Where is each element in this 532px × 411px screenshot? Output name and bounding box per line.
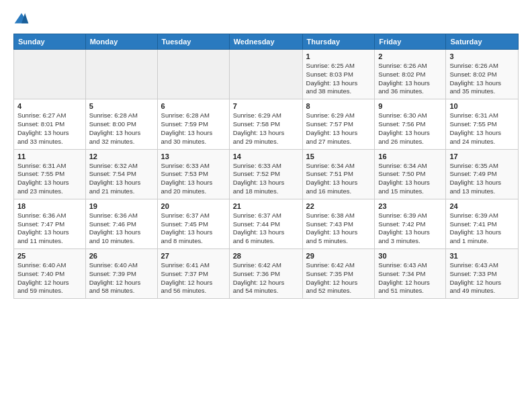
day-number: 1 [306, 52, 371, 60]
day-number: 8 [306, 102, 371, 110]
day-info: Sunrise: 6:25 AM Sunset: 8:03 PM Dayligh… [306, 62, 371, 96]
day-cell: 27Sunrise: 6:41 AM Sunset: 7:37 PM Dayli… [157, 249, 229, 299]
day-info: Sunrise: 6:29 AM Sunset: 7:58 PM Dayligh… [233, 111, 299, 146]
day-cell: 3Sunrise: 6:26 AM Sunset: 8:02 PM Daylig… [446, 50, 519, 99]
day-number: 16 [378, 152, 442, 161]
week-row-1: 4Sunrise: 6:27 AM Sunset: 8:01 PM Daylig… [14, 99, 519, 149]
day-info: Sunrise: 6:28 AM Sunset: 8:00 PM Dayligh… [89, 111, 154, 146]
day-number: 6 [161, 102, 226, 110]
day-number: 23 [378, 202, 442, 210]
day-number: 10 [449, 102, 515, 110]
day-info: Sunrise: 6:36 AM Sunset: 7:47 PM Dayligh… [17, 212, 82, 246]
day-number: 13 [161, 152, 226, 161]
day-cell [14, 50, 86, 99]
day-cell: 9Sunrise: 6:30 AM Sunset: 7:56 PM Daylig… [375, 99, 446, 149]
day-number: 14 [233, 152, 299, 161]
day-number: 17 [449, 152, 515, 161]
day-info: Sunrise: 6:29 AM Sunset: 7:57 PM Dayligh… [306, 111, 371, 146]
day-cell: 8Sunrise: 6:29 AM Sunset: 7:57 PM Daylig… [302, 99, 375, 149]
day-info: Sunrise: 6:26 AM Sunset: 8:02 PM Dayligh… [378, 62, 442, 96]
logo-icon [13, 11, 30, 27]
day-info: Sunrise: 6:38 AM Sunset: 7:43 PM Dayligh… [306, 212, 371, 246]
day-number: 18 [17, 202, 82, 210]
day-cell: 11Sunrise: 6:31 AM Sunset: 7:55 PM Dayli… [14, 149, 86, 199]
day-header-sunday: Sunday [14, 34, 86, 50]
day-cell: 19Sunrise: 6:36 AM Sunset: 7:46 PM Dayli… [85, 199, 157, 248]
day-number: 28 [233, 252, 299, 260]
day-number: 30 [378, 252, 442, 260]
day-cell: 1Sunrise: 6:25 AM Sunset: 8:03 PM Daylig… [302, 50, 375, 99]
day-info: Sunrise: 6:41 AM Sunset: 7:37 PM Dayligh… [161, 261, 226, 295]
day-cell: 2Sunrise: 6:26 AM Sunset: 8:02 PM Daylig… [375, 50, 446, 99]
day-info: Sunrise: 6:39 AM Sunset: 7:41 PM Dayligh… [449, 212, 515, 246]
week-row-0: 1Sunrise: 6:25 AM Sunset: 8:03 PM Daylig… [14, 50, 519, 99]
day-info: Sunrise: 6:32 AM Sunset: 7:54 PM Dayligh… [89, 162, 154, 196]
day-cell: 6Sunrise: 6:28 AM Sunset: 7:59 PM Daylig… [157, 99, 229, 149]
day-info: Sunrise: 6:43 AM Sunset: 7:34 PM Dayligh… [378, 261, 442, 295]
page: SundayMondayTuesdayWednesdayThursdayFrid… [0, 0, 532, 306]
day-cell: 12Sunrise: 6:32 AM Sunset: 7:54 PM Dayli… [85, 149, 157, 199]
day-number: 31 [449, 252, 515, 260]
day-info: Sunrise: 6:42 AM Sunset: 7:36 PM Dayligh… [233, 261, 299, 295]
day-info: Sunrise: 6:31 AM Sunset: 7:55 PM Dayligh… [449, 111, 515, 146]
day-cell: 29Sunrise: 6:42 AM Sunset: 7:35 PM Dayli… [302, 249, 375, 299]
day-number: 26 [89, 252, 154, 260]
week-row-4: 25Sunrise: 6:40 AM Sunset: 7:40 PM Dayli… [14, 249, 519, 299]
days-header-row: SundayMondayTuesdayWednesdayThursdayFrid… [14, 34, 519, 50]
day-info: Sunrise: 6:26 AM Sunset: 8:02 PM Dayligh… [449, 62, 515, 96]
calendar-table: SundayMondayTuesdayWednesdayThursdayFrid… [13, 34, 519, 299]
day-number: 4 [17, 102, 82, 110]
day-number: 19 [89, 202, 154, 210]
day-info: Sunrise: 6:30 AM Sunset: 7:56 PM Dayligh… [378, 111, 442, 146]
day-header-monday: Monday [85, 34, 157, 50]
day-cell: 23Sunrise: 6:39 AM Sunset: 7:42 PM Dayli… [375, 199, 446, 248]
day-info: Sunrise: 6:33 AM Sunset: 7:52 PM Dayligh… [233, 162, 299, 196]
day-cell: 7Sunrise: 6:29 AM Sunset: 7:58 PM Daylig… [229, 99, 302, 149]
day-number: 25 [17, 252, 82, 260]
day-cell: 10Sunrise: 6:31 AM Sunset: 7:55 PM Dayli… [446, 99, 519, 149]
day-cell: 15Sunrise: 6:34 AM Sunset: 7:51 PM Dayli… [302, 149, 375, 199]
day-cell [157, 50, 229, 99]
day-number: 5 [89, 102, 154, 110]
day-cell [229, 50, 302, 99]
day-cell: 25Sunrise: 6:40 AM Sunset: 7:40 PM Dayli… [14, 249, 86, 299]
day-number: 15 [306, 152, 371, 161]
week-row-2: 11Sunrise: 6:31 AM Sunset: 7:55 PM Dayli… [14, 149, 519, 199]
day-number: 12 [89, 152, 154, 161]
day-cell: 24Sunrise: 6:39 AM Sunset: 7:41 PM Dayli… [446, 199, 519, 248]
day-cell: 30Sunrise: 6:43 AM Sunset: 7:34 PM Dayli… [375, 249, 446, 299]
day-number: 22 [306, 202, 371, 210]
day-cell: 22Sunrise: 6:38 AM Sunset: 7:43 PM Dayli… [302, 199, 375, 248]
day-number: 7 [233, 102, 299, 110]
day-info: Sunrise: 6:27 AM Sunset: 8:01 PM Dayligh… [17, 111, 82, 146]
day-info: Sunrise: 6:28 AM Sunset: 7:59 PM Dayligh… [161, 111, 226, 146]
day-info: Sunrise: 6:39 AM Sunset: 7:42 PM Dayligh… [378, 212, 442, 246]
day-cell: 21Sunrise: 6:37 AM Sunset: 7:44 PM Dayli… [229, 199, 302, 248]
day-cell [85, 50, 157, 99]
day-number: 29 [306, 252, 371, 260]
day-header-tuesday: Tuesday [157, 34, 229, 50]
week-row-3: 18Sunrise: 6:36 AM Sunset: 7:47 PM Dayli… [14, 199, 519, 248]
day-header-wednesday: Wednesday [229, 34, 302, 50]
day-info: Sunrise: 6:34 AM Sunset: 7:50 PM Dayligh… [378, 162, 442, 196]
day-number: 2 [378, 52, 442, 60]
calendar-body: 1Sunrise: 6:25 AM Sunset: 8:03 PM Daylig… [14, 50, 519, 299]
day-number: 11 [17, 152, 82, 161]
day-number: 20 [161, 202, 226, 210]
day-info: Sunrise: 6:40 AM Sunset: 7:40 PM Dayligh… [17, 261, 82, 295]
calendar-header: SundayMondayTuesdayWednesdayThursdayFrid… [14, 34, 519, 50]
day-info: Sunrise: 6:34 AM Sunset: 7:51 PM Dayligh… [306, 162, 371, 196]
day-info: Sunrise: 6:40 AM Sunset: 7:39 PM Dayligh… [89, 261, 154, 295]
day-info: Sunrise: 6:33 AM Sunset: 7:53 PM Dayligh… [161, 162, 226, 196]
logo [13, 11, 32, 27]
day-info: Sunrise: 6:37 AM Sunset: 7:44 PM Dayligh… [233, 212, 299, 246]
day-cell: 31Sunrise: 6:43 AM Sunset: 7:33 PM Dayli… [446, 249, 519, 299]
day-number: 3 [449, 52, 515, 60]
day-info: Sunrise: 6:43 AM Sunset: 7:33 PM Dayligh… [449, 261, 515, 295]
day-number: 24 [449, 202, 515, 210]
day-number: 9 [378, 102, 442, 110]
day-cell: 26Sunrise: 6:40 AM Sunset: 7:39 PM Dayli… [85, 249, 157, 299]
day-cell: 16Sunrise: 6:34 AM Sunset: 7:50 PM Dayli… [375, 149, 446, 199]
day-cell: 17Sunrise: 6:35 AM Sunset: 7:49 PM Dayli… [446, 149, 519, 199]
day-info: Sunrise: 6:37 AM Sunset: 7:45 PM Dayligh… [161, 212, 226, 246]
